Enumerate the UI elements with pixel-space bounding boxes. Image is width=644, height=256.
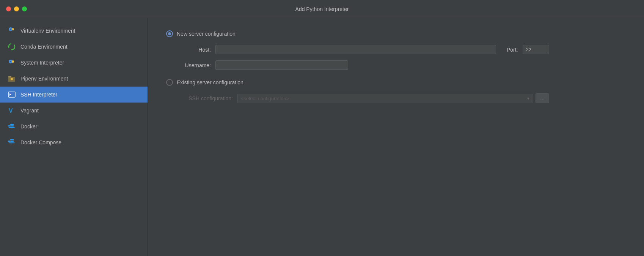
sidebar-item-vagrant[interactable]: V Vagrant xyxy=(0,103,148,119)
minimize-button[interactable] xyxy=(14,6,19,11)
existing-server-fields: SSH configuration: <select configuration… xyxy=(166,93,626,103)
svg-rect-27 xyxy=(13,144,14,144)
username-input[interactable] xyxy=(215,60,348,70)
sidebar-item-pipenv[interactable]: Pipenv Environment xyxy=(0,71,148,87)
sidebar-item-virtualenv[interactable]: Virtualenv Environment xyxy=(0,23,148,39)
svg-point-4 xyxy=(9,44,15,50)
svg-rect-10 xyxy=(8,76,11,77)
window-title: Add Python Interpreter xyxy=(295,6,349,12)
svg-rect-24 xyxy=(12,139,14,140)
right-panel: New server configuration Host: Port: Use… xyxy=(148,18,644,256)
close-button[interactable] xyxy=(6,6,11,11)
new-server-label: New server configuration xyxy=(177,31,236,37)
svg-rect-22 xyxy=(12,141,14,142)
host-input[interactable] xyxy=(215,45,496,54)
sidebar-item-conda[interactable]: Conda Environment xyxy=(0,39,148,55)
existing-server-radio[interactable] xyxy=(166,79,173,86)
docker-compose-icon xyxy=(8,138,16,147)
new-server-radio-option[interactable]: New server configuration xyxy=(166,30,626,37)
config-select-group: <select configuration> ▼ ... xyxy=(237,93,549,103)
dots-label: ... xyxy=(540,95,545,101)
svg-rect-20 xyxy=(8,141,10,142)
sidebar-label-pipenv: Pipenv Environment xyxy=(20,76,68,82)
sidebar-label-docker: Docker xyxy=(20,123,37,130)
main-content: Virtualenv Environment Conda Environment… xyxy=(0,18,644,256)
sidebar-label-system: System Interpreter xyxy=(20,60,64,66)
svg-rect-16 xyxy=(10,125,12,126)
pipenv-icon xyxy=(8,74,16,83)
svg-rect-25 xyxy=(9,144,11,144)
username-label: Username: xyxy=(177,62,211,68)
title-bar: Add Python Interpreter xyxy=(0,0,644,18)
svg-rect-12 xyxy=(8,92,15,97)
sidebar-label-vagrant: Vagrant xyxy=(20,107,39,114)
sidebar-item-docker-compose[interactable]: Docker Compose xyxy=(0,134,148,150)
svg-rect-26 xyxy=(11,144,13,144)
sidebar-item-system[interactable]: System Interpreter xyxy=(0,55,148,71)
port-label: Port: xyxy=(507,47,518,53)
virtualenv-icon xyxy=(8,27,16,35)
new-server-fields: Host: Port: Username: xyxy=(166,45,626,70)
sidebar-label-virtualenv: Virtualenv Environment xyxy=(20,28,75,34)
port-input[interactable] xyxy=(523,45,549,54)
sidebar-label-docker-compose: Docker Compose xyxy=(20,139,61,145)
sidebar: Virtualenv Environment Conda Environment… xyxy=(0,18,148,256)
existing-server-radio-option[interactable]: Existing server configuration xyxy=(166,79,626,86)
sidebar-item-docker[interactable]: Docker xyxy=(0,119,148,134)
sidebar-label-ssh: SSH Interpreter xyxy=(20,92,57,98)
svg-text:V: V xyxy=(9,107,13,114)
vagrant-icon: V xyxy=(8,106,16,115)
new-server-radio[interactable] xyxy=(166,30,173,37)
sidebar-item-ssh[interactable]: SSH Interpreter xyxy=(0,87,148,103)
svg-rect-18 xyxy=(10,124,12,125)
svg-rect-19 xyxy=(12,124,14,125)
select-wrapper: <select configuration> ▼ xyxy=(237,94,533,103)
svg-marker-13 xyxy=(9,93,11,96)
username-row: Username: xyxy=(177,60,626,70)
host-row: Host: Port: xyxy=(177,45,626,54)
sidebar-label-conda: Conda Environment xyxy=(20,44,68,50)
conda-icon xyxy=(8,43,16,51)
svg-point-8 xyxy=(10,61,11,62)
ssh-config-label: SSH configuration: xyxy=(177,95,233,101)
maximize-button[interactable] xyxy=(22,6,27,11)
existing-server-label: Existing server configuration xyxy=(177,79,243,85)
browse-config-button[interactable]: ... xyxy=(536,93,549,103)
host-label: Host: xyxy=(177,47,211,53)
docker-icon xyxy=(8,122,16,131)
svg-point-6 xyxy=(12,60,14,63)
ssh-icon xyxy=(8,90,16,99)
svg-point-3 xyxy=(10,28,11,29)
svg-rect-23 xyxy=(10,139,12,140)
ssh-config-select[interactable]: <select configuration> xyxy=(237,94,533,103)
svg-point-11 xyxy=(11,78,13,80)
svg-point-1 xyxy=(12,28,14,30)
window-controls xyxy=(6,6,27,11)
system-icon xyxy=(8,58,16,67)
svg-rect-17 xyxy=(12,125,14,126)
svg-rect-21 xyxy=(10,141,12,142)
svg-rect-15 xyxy=(8,125,10,126)
